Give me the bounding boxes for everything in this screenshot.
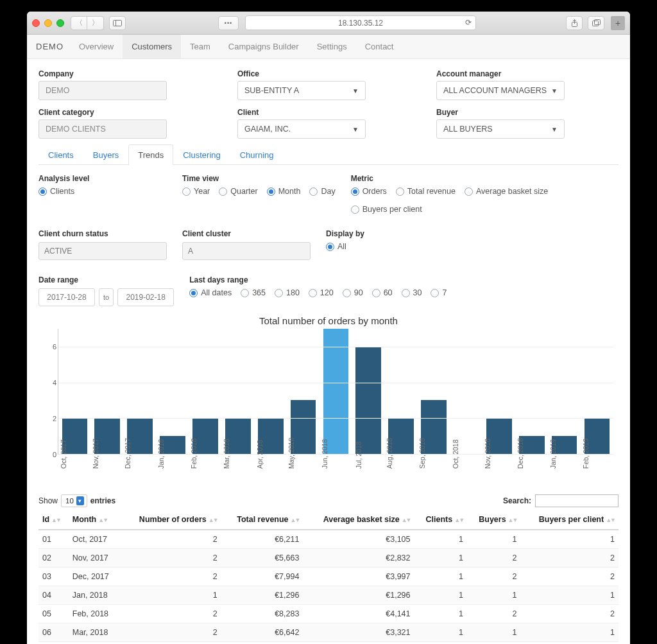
display-by-radios: All (326, 242, 619, 251)
col-total-revenue[interactable]: Total revenue▲▼ (221, 510, 303, 530)
sidebar-toggle-button[interactable] (109, 16, 126, 30)
table-row[interactable]: 05Feb, 20182€8,283€4,141122 (38, 605, 619, 623)
account-manager-dropdown[interactable]: ALL ACCOUNT MANAGERS ▼ (436, 81, 565, 100)
churn-status-field[interactable]: ACTIVE (38, 242, 167, 260)
reload-icon[interactable]: ⟳ (465, 18, 472, 27)
sort-icon: ▲▼ (98, 517, 107, 523)
tab-buyers[interactable]: Buyers (83, 144, 128, 165)
sort-icon: ▲▼ (454, 517, 463, 523)
table-row[interactable]: 04Jan, 20181€1,296€1,296111 (38, 586, 619, 605)
office-label: Office (237, 69, 420, 78)
nav-overview[interactable]: Overview (70, 35, 123, 58)
tabs-icon (592, 19, 601, 26)
show-label-pre: Show (38, 496, 58, 505)
table-row[interactable]: 03Dec, 20172€7,994€3,997122 (38, 568, 619, 586)
radio-dot-icon (351, 205, 359, 214)
table-row[interactable]: 01Oct, 20172€6,211€3,105111 (38, 530, 619, 549)
entries-selector: Show 10 ▾ entries (38, 494, 115, 507)
radio-buyers-per-client[interactable]: Buyers per client (351, 205, 422, 214)
entries-length-dropdown[interactable]: 10 ▾ (61, 494, 87, 507)
col-number-of-orders[interactable]: Number of orders▲▼ (121, 510, 221, 530)
tab-clustering[interactable]: Clustering (173, 144, 230, 165)
radio-dot-icon (343, 289, 351, 297)
forward-button[interactable]: 〉 (87, 16, 104, 30)
address-bar[interactable]: 18.130.35.12 ⟳ (245, 15, 476, 30)
search-input[interactable] (535, 494, 619, 507)
bar[interactable] (323, 329, 349, 454)
radio-7[interactable]: 7 (431, 288, 447, 297)
sidebar-icon (113, 20, 122, 26)
close-window-button[interactable] (32, 19, 40, 27)
radio-average-basket-size[interactable]: Average basket size (465, 187, 548, 196)
radio-year[interactable]: Year (182, 187, 210, 196)
radio-dot-icon (38, 187, 47, 196)
site-settings-button[interactable]: ••• (218, 16, 239, 30)
tab-churning[interactable]: Churning (230, 144, 284, 165)
buyer-dropdown[interactable]: ALL BUYERS ▼ (436, 119, 565, 139)
share-button[interactable] (566, 16, 583, 30)
buyer-label: Buyer (436, 108, 619, 117)
col-buyers[interactable]: Buyers▲▼ (467, 510, 520, 530)
table-row[interactable]: 07Apr, 20182€6,057€3,028111 (38, 642, 619, 645)
radio-total-revenue[interactable]: Total revenue (396, 187, 456, 196)
radio-60[interactable]: 60 (372, 288, 393, 297)
nav-settings[interactable]: Settings (308, 35, 356, 58)
table-row[interactable]: 06Mar, 20182€6,642€3,321111 (38, 623, 619, 642)
client-dropdown[interactable]: GAIAM, INC. ▼ (237, 119, 366, 139)
tabs-button[interactable] (588, 16, 604, 30)
radio-orders[interactable]: Orders (351, 187, 387, 196)
new-tab-button[interactable]: + (611, 16, 625, 30)
radio-120[interactable]: 120 (309, 288, 334, 297)
table-row[interactable]: 02Nov, 20172€5,663€2,832122 (38, 549, 619, 568)
col-clients[interactable]: Clients▲▼ (414, 510, 468, 530)
browser-window: 〈 〉 ••• 18.130.35.12 ⟳ + DEMO OverviewCu… (27, 12, 630, 644)
x-tick: Feb, 2018 (190, 439, 198, 469)
nav-campaigns-builder[interactable]: Campaigns Builder (219, 35, 308, 58)
col-month[interactable]: Month▲▼ (69, 510, 121, 530)
data-table: Id▲▼Month▲▼Number of orders▲▼Total reven… (38, 510, 619, 644)
radio-dot-icon (267, 187, 275, 196)
nav-contact[interactable]: Contact (356, 35, 403, 58)
radio-quarter[interactable]: Quarter (219, 187, 257, 196)
last-days-label: Last days range (189, 275, 619, 284)
radio-day[interactable]: Day (309, 187, 335, 196)
radio-month[interactable]: Month (267, 187, 301, 196)
office-dropdown[interactable]: SUB-ENTITY A ▼ (237, 81, 366, 100)
chevron-down-icon: ▼ (352, 126, 359, 133)
radio-dot-icon (372, 289, 380, 297)
x-tick: Jan, 2019 (549, 439, 557, 469)
nav-customers[interactable]: Customers (123, 35, 181, 58)
bar[interactable] (355, 347, 381, 454)
col-average-basket-size[interactable]: Average basket size▲▼ (303, 510, 414, 530)
x-tick: Mar, 2018 (223, 439, 230, 469)
radio-dot-icon (431, 289, 439, 297)
date-to-input[interactable]: 2019-02-18 (117, 288, 174, 306)
radio-30[interactable]: 30 (402, 288, 422, 297)
tab-clients[interactable]: Clients (38, 144, 83, 165)
radio-all[interactable]: All (326, 242, 346, 251)
table-body: 01Oct, 20172€6,211€3,10511102Nov, 20172€… (38, 530, 619, 644)
app-navbar: DEMO OverviewCustomersTeamCampaigns Buil… (27, 35, 630, 59)
back-button[interactable]: 〈 (71, 16, 87, 30)
y-tick: 4 (53, 379, 56, 387)
page-content: Company DEMO Office SUB-ENTITY A ▼ Accou… (27, 59, 630, 644)
metric-label: Metric (351, 174, 619, 183)
account-manager-label: Account manager (436, 69, 619, 78)
tab-trends[interactable]: Trends (128, 144, 173, 165)
date-from-input[interactable]: 2017-10-28 (38, 288, 95, 306)
table-toolbar: Show 10 ▾ entries Search: (38, 494, 619, 507)
col-id[interactable]: Id▲▼ (38, 510, 69, 530)
minimize-window-button[interactable] (44, 19, 52, 27)
x-tick: Jul, 2018 (355, 441, 363, 469)
chevron-down-icon: ▼ (551, 87, 558, 94)
radio-90[interactable]: 90 (343, 288, 363, 297)
nav-team[interactable]: Team (181, 35, 219, 58)
radio-clients[interactable]: Clients (38, 187, 74, 196)
radio-365[interactable]: 365 (241, 288, 266, 297)
col-buyers-per-client[interactable]: Buyers per client▲▼ (520, 510, 619, 530)
zoom-window-button[interactable] (56, 19, 64, 27)
radio-all-dates[interactable]: All dates (189, 288, 232, 297)
client-label: Client (237, 108, 420, 117)
client-cluster-field[interactable]: A (182, 242, 311, 260)
radio-180[interactable]: 180 (275, 288, 300, 297)
